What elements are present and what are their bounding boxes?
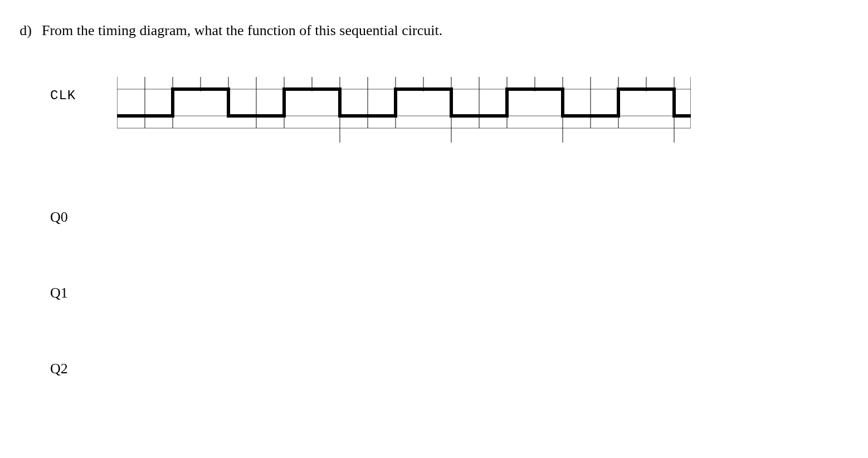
question-marker: d) bbox=[11, 22, 42, 39]
signal-row-q0: Q0 bbox=[50, 210, 857, 225]
signal-row-q1: Q1 bbox=[50, 286, 857, 300]
signal-label-q0: Q0 bbox=[50, 210, 117, 225]
question-body: From the timing diagram, what the functi… bbox=[42, 22, 442, 39]
signal-label-q1: Q1 bbox=[50, 286, 117, 300]
signal-row-q2: Q2 bbox=[50, 362, 857, 376]
clk-waveform bbox=[117, 72, 691, 149]
question-line: d) From the timing diagram, what the fun… bbox=[11, 22, 857, 39]
timing-diagram: CLK bbox=[11, 72, 857, 376]
signal-row-clk: CLK bbox=[50, 72, 857, 149]
signal-label-q2: Q2 bbox=[50, 362, 117, 376]
signal-label-clk: CLK bbox=[50, 72, 117, 103]
